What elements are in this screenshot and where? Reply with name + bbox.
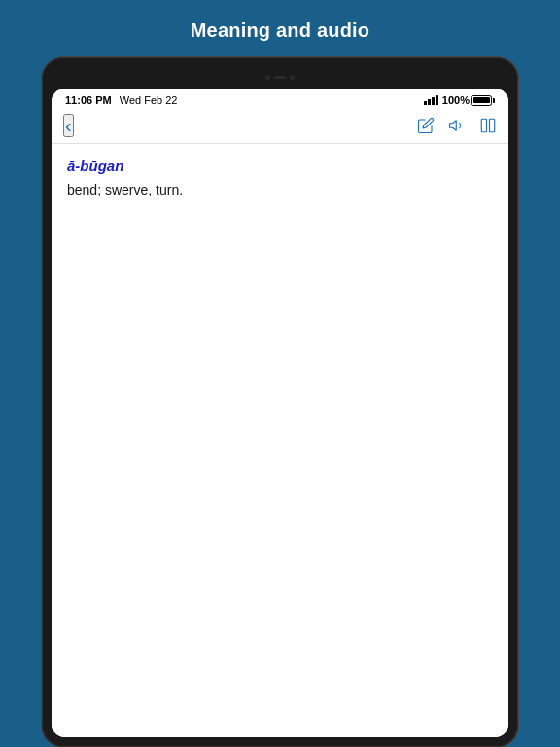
page-header: Meaning and audio	[0, 0, 560, 57]
camera-dot	[265, 75, 270, 80]
nav-bar: ‹	[52, 110, 508, 144]
status-right: 100%	[424, 94, 495, 106]
word-entry: ā-būgan	[67, 158, 493, 174]
device-screen: 11:06 PM Wed Feb 22 100%	[52, 89, 508, 737]
status-date: Wed Feb 22	[120, 94, 178, 106]
pencil-icon	[417, 117, 435, 134]
word-definition: bend; swerve, turn.	[67, 180, 493, 200]
back-chevron-icon: ‹	[65, 116, 72, 135]
battery-body	[471, 95, 492, 106]
battery-percent: 100%	[442, 94, 470, 106]
device-speaker	[274, 76, 286, 79]
book-button[interactable]	[479, 117, 497, 134]
svg-rect-1	[481, 119, 486, 132]
battery-icon: 100%	[442, 94, 495, 106]
camera-dot-2	[290, 75, 295, 80]
speaker-icon	[448, 117, 466, 134]
status-left: 11:06 PM Wed Feb 22	[65, 94, 177, 106]
status-time: 11:06 PM	[65, 94, 112, 106]
content-area: ā-būgan bend; swerve, turn.	[52, 144, 508, 737]
audio-button[interactable]	[448, 117, 466, 134]
edit-button[interactable]	[417, 117, 435, 134]
nav-right-icons	[417, 117, 497, 134]
battery-tip	[493, 98, 495, 103]
device-top-bar	[52, 67, 508, 87]
back-button[interactable]: ‹	[63, 114, 74, 137]
battery-fill	[473, 97, 490, 103]
nav-left: ‹	[63, 114, 74, 137]
book-icon	[479, 117, 497, 134]
svg-marker-0	[450, 121, 457, 131]
status-bar: 11:06 PM Wed Feb 22 100%	[52, 89, 508, 110]
camera-notch	[251, 73, 309, 81]
page-title: Meaning and audio	[191, 19, 370, 41]
wifi-icon	[424, 95, 438, 105]
device-frame: 11:06 PM Wed Feb 22 100%	[42, 57, 518, 747]
svg-rect-2	[490, 119, 495, 132]
